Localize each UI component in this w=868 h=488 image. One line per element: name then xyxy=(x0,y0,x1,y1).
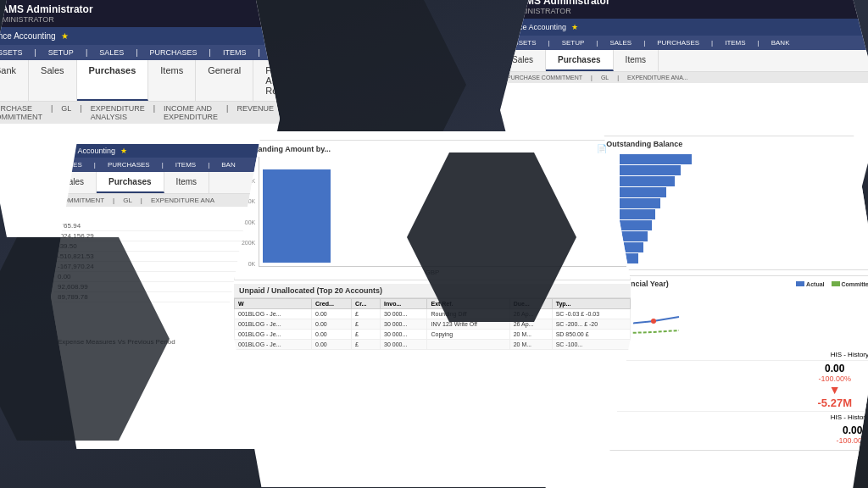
star-topright: ★ xyxy=(571,23,578,31)
tab-purchases-topleft[interactable]: Purchases xyxy=(77,60,149,101)
menu-sep4: | xyxy=(207,47,214,58)
table-row: 001BLOG - Je... 0.00 £ 30 000... INV 123… xyxy=(235,319,631,330)
legend-actual: Actual xyxy=(796,281,824,287)
menu-purchases[interactable]: PURCHASES xyxy=(147,47,200,58)
menu-tr-purchases[interactable]: PURCHASES xyxy=(654,38,702,47)
col-cred: Cred... xyxy=(312,299,352,309)
app-name-topleft: ISAMS Administrator xyxy=(0,3,271,15)
sub-expenditure[interactable]: EXPENDITURE ANALYSIS xyxy=(91,104,145,121)
nav-bar-topleft: iance Accounting ★ xyxy=(0,27,280,45)
sub-revenue[interactable]: REVENUE xyxy=(236,104,274,121)
amount-negative-1: ▼ xyxy=(818,383,852,396)
sub-left-expenditure[interactable]: EXPENDITURE ANA xyxy=(151,197,214,204)
col-cr: Cr... xyxy=(352,299,381,309)
unpaid-section: Unpaid / Unallocated (Top 20 Accounts) W… xyxy=(234,284,631,350)
export-icon[interactable]: 📄 xyxy=(597,144,607,153)
menu-left-purchases[interactable]: PURCHASES xyxy=(105,160,153,169)
chart-outstanding-title: Outstanding Amount by... 📄 ⚗ ⊞ xyxy=(238,144,626,153)
table-row: 001BLOG - Je... 0.00 £ 30 000... 20 M...… xyxy=(235,340,631,350)
sub-left-gl[interactable]: GL xyxy=(123,197,132,204)
col-w: W xyxy=(235,299,312,309)
table-row: 001BLOG - Je... 0.00 £ 30 000... Copying… xyxy=(235,330,631,340)
tab-general-topleft[interactable]: General xyxy=(196,60,253,101)
svg-point-2 xyxy=(651,319,656,324)
tab-tr-purchases[interactable]: Purchases xyxy=(546,50,614,71)
sub-income[interactable]: INCOME AND EXPENDITURE xyxy=(164,104,218,121)
menu-tr-items[interactable]: ITEMS xyxy=(722,38,748,47)
app-subtitle-topleft: ADMINISTRATOR xyxy=(0,15,271,24)
tab-bank-topleft[interactable]: Bank xyxy=(0,60,29,101)
menu-sep3: | xyxy=(133,47,140,58)
menu-tr-bank[interactable]: BANK xyxy=(769,38,793,47)
his-subject-2: HIS - History xyxy=(831,413,868,421)
menu-tr-setup[interactable]: SETUP xyxy=(559,38,587,47)
sub-tr-commitment[interactable]: PURCHASE COMMITMENT xyxy=(507,75,582,80)
menu-sep2: | xyxy=(83,47,90,58)
legend-committed: Committed xyxy=(832,281,869,287)
tab-bar-topleft: Bank Sales Purchases Items General Fixed… xyxy=(0,60,280,102)
tab-left-items[interactable]: Items xyxy=(164,172,209,193)
sub-gl[interactable]: GL xyxy=(61,104,71,121)
big-amount-1: -5.27M xyxy=(818,396,852,409)
sub-menu-topright: PURCHASE COMMITMENT | GL | EXPENDITURE A… xyxy=(500,72,868,83)
menu-items[interactable]: ITEMS xyxy=(220,47,249,58)
menu-sep5: | xyxy=(255,47,262,58)
menu-left-items[interactable]: ITEMS xyxy=(173,160,198,169)
col-inv: Invo... xyxy=(381,299,427,309)
sub-menu-topleft: PURCHASE COMMITMENT | GL | EXPENDITURE A… xyxy=(0,102,280,124)
tab-bar-topright: Sales Purchases Items xyxy=(500,50,868,72)
brand-label-topleft: iance Accounting xyxy=(0,31,56,41)
sub-purchase-commitment[interactable]: PURCHASE COMMITMENT xyxy=(0,104,42,121)
menu-tr-sales[interactable]: SALES xyxy=(607,38,634,47)
panel-center: Outstanding Amount by... 📄 ⚗ ⊞ 1000K 800… xyxy=(229,131,636,487)
menu-left-bank[interactable]: BAN xyxy=(219,160,237,169)
budget-legend: Actual Committed xyxy=(796,281,868,287)
unpaid-table: W Cred... Cr... Invo... Ext Ref. Due... … xyxy=(234,298,631,350)
menu-bar-topleft[interactable]: ASSETS | SETUP | SALES | PURCHASES | ITE… xyxy=(0,45,280,60)
value-zero-1: 0.00 xyxy=(818,363,852,374)
title-bar-topleft: ISAMS Administrator ADMINISTRATOR xyxy=(0,0,280,27)
admin-role-topright: ADMINISTRATOR xyxy=(509,7,868,15)
tab-tr-items[interactable]: Items xyxy=(614,50,659,71)
star-icon-topleft: ★ xyxy=(61,31,69,41)
tab-left-purchases[interactable]: Purchases xyxy=(97,172,164,193)
main-container: ISAMS Administrator ADMINISTRATOR iance … xyxy=(0,0,868,488)
col-typ: Typ... xyxy=(552,299,630,309)
menu-sales[interactable]: SALES xyxy=(97,47,126,58)
his-subject: HIS - History xyxy=(831,351,868,358)
sub-tr-gl[interactable]: GL xyxy=(601,75,609,80)
admin-name-topright: ISAMS Administrator xyxy=(509,0,868,7)
title-bar-topright: ISAMS Administrator ADMINISTRATOR xyxy=(500,0,868,19)
menu-setup[interactable]: SETUP xyxy=(46,47,76,58)
star-left: ★ xyxy=(120,147,127,155)
menu-sep1: | xyxy=(32,47,39,58)
menu-bar-topright[interactable]: ASSETS | SETUP | SALES | PURCHASES | ITE… xyxy=(500,36,868,50)
nav-bar-topright: iance Accounting ★ xyxy=(500,19,868,36)
pct-minus-100-1: -100.00% xyxy=(818,374,852,383)
sub-tr-expenditure[interactable]: EXPENDITURE ANA... xyxy=(627,75,688,80)
table-row: 001BLOG - Je... 0.00 £ 30 000... Roundin… xyxy=(235,309,631,319)
bar-gbp xyxy=(263,169,331,263)
tab-items-topleft[interactable]: Items xyxy=(148,60,196,101)
tab-sales-topleft[interactable]: Sales xyxy=(29,60,77,101)
menu-assets[interactable]: ASSETS xyxy=(0,47,25,58)
